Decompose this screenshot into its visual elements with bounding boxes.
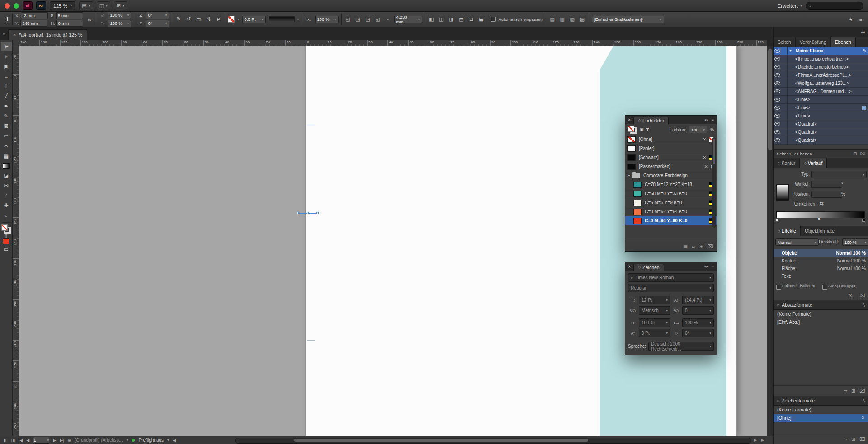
scale-x-field[interactable]: 100 % [108,12,131,19]
layer-lock-cell[interactable] [781,136,788,144]
window-zoom-button[interactable] [14,3,19,9]
swatch-row[interactable]: ▼ Corporate-Farbdesign ✕ [625,171,717,180]
delete-style-icon[interactable]: ⌧ [859,388,865,393]
layer-visibility-toggle[interactable] [774,96,781,103]
scale-y-field[interactable]: 100 % [108,20,131,27]
new-group-icon[interactable]: ▱ [844,388,847,393]
clear-overrides-icon[interactable]: ✕ [861,416,865,420]
layer-visibility-toggle[interactable] [774,136,781,144]
horizontal-ruler[interactable]: 140 130 120 110 100 90 80 70 60 50 40 30… [19,40,767,46]
swatch-row[interactable]: ▼ C=0 M=84 Y=90 K=0 ✕ [625,216,717,225]
close-icon[interactable]: × [628,117,631,122]
gradient-angle-field[interactable] [811,181,842,188]
pen-tool[interactable]: ✒ [1,101,12,111]
tab-kontur[interactable]: ◇ Kontur [774,158,800,168]
layer-lock-cell[interactable] [781,55,788,63]
swatch-row[interactable]: ▼ [Schwarz] ✕ [625,153,717,162]
collapse-dock-icon[interactable]: ◂◂ [861,30,865,34]
shear-angle-field[interactable]: 0° [146,20,169,27]
stroke-color-swatch[interactable] [228,16,235,23]
isolate-blending-checkbox[interactable] [776,285,781,290]
zoom-tool[interactable]: ⌕ [1,210,12,220]
blend-mode-dropdown[interactable]: Normal [775,238,819,246]
new-style-icon[interactable]: ⊞ [851,436,855,442]
selection-handle[interactable] [307,212,309,214]
note-tool[interactable]: ✉ [1,181,12,191]
layer-visibility-toggle[interactable] [774,71,781,79]
quick-apply-icon[interactable]: ϟ [847,16,854,23]
layer-row[interactable]: ▼ <FirmaA...nerAdressePL...> ✎ [774,71,868,79]
delete-effect-icon[interactable]: ⌧ [859,293,865,298]
layer-visibility-toggle[interactable] [774,88,781,95]
add-effect-icon[interactable]: fx. [848,293,853,298]
layer-row[interactable]: ▼ Meine Ebene ✎ [774,47,868,55]
flip-horizontal-button[interactable]: ⇆ [195,16,202,23]
align-top-icon[interactable]: ⬒ [458,16,465,23]
constrain-proportions-icon[interactable]: ∞ [86,16,93,23]
align-middle-v-icon[interactable]: ⊟ [468,16,475,23]
close-document-icon[interactable]: × [13,33,16,37]
character-style-item[interactable]: [Ohne] ✕ [774,414,868,422]
vertical-scrollbar-thumb[interactable] [768,49,772,150]
layer-lock-cell[interactable] [781,71,788,79]
new-group-icon[interactable]: ▱ [692,243,695,249]
scroll-left-arrow[interactable]: ◀ [173,438,176,443]
pencil-tool[interactable]: ✎ [1,111,12,121]
new-style-icon[interactable]: ⊞ [851,388,855,393]
eyedropper-tool[interactable]: ∕ [1,191,12,201]
swatches-panel-tab[interactable]: ◇ Farbfelder [633,117,669,124]
gradient-stop-start[interactable] [775,219,778,222]
layer-lock-cell[interactable] [781,112,788,120]
preflight-profile-text[interactable]: [Grundprofil] (Arbeitsp... [75,438,123,443]
layer-lock-cell[interactable] [781,88,788,95]
screen-mode-button[interactable]: ▭ [1,244,12,254]
delete-style-icon[interactable]: ⌧ [859,436,865,442]
layer-visibility-toggle[interactable] [774,47,781,55]
gradient-position-field[interactable] [811,191,842,198]
center-content-icon[interactable]: ◲ [364,16,372,23]
next-page-button[interactable]: ▶ [53,438,56,443]
rectangle-tool[interactable]: ▭ [1,131,12,141]
autofit-checkbox[interactable] [491,17,496,22]
align-bottom-icon[interactable]: ⬓ [478,16,485,23]
selection-handle[interactable] [316,212,319,214]
gradient-stop-end[interactable] [862,219,865,222]
layer-row[interactable]: ▼ <Wolfga...usterweg 123...> ✎ [774,79,868,88]
tab-ebenen[interactable]: Ebenen [831,37,856,47]
new-swatch-icon[interactable]: ⊞ [699,243,703,249]
flip-vertical-button[interactable]: ⇅ [205,16,212,23]
swatch-row[interactable]: ▼ C=68 M=0 Y=33 K=0 ✕ [625,189,717,198]
layer-row[interactable]: ▼ <Linie> ✎ [774,96,868,104]
free-transform-tool[interactable]: ▦ [1,151,12,161]
corner-radius-field[interactable]: 4,233 mm [394,16,422,23]
gradient-feather-tool[interactable]: ◪ [1,171,12,181]
layer-row[interactable]: ▼ <Dachde...meisterbetrieb> ✎ [774,63,868,71]
layer-lock-cell[interactable] [781,47,788,55]
screen-mode-dropdown[interactable]: ◫ ▾ [97,1,110,10]
paragraph-style-none[interactable]: (Keine Formate) [774,310,868,318]
page-number-field[interactable]: 1 [33,437,49,444]
reference-point-proxy[interactable] [4,16,9,22]
font-style-dropdown[interactable]: Regular [628,284,714,292]
tracking-field[interactable]: 0 [682,306,714,315]
font-size-field[interactable]: 12 Pt [639,296,670,304]
fill-proxy-chip[interactable] [1,224,8,231]
stroke-style-dropdown[interactable] [269,16,295,22]
effects-icon[interactable]: fx. [305,16,312,23]
fill-stroke-proxy[interactable] [1,224,11,234]
quick-apply-icon[interactable]: ϟ [863,303,865,308]
scroll-right-arrow[interactable]: ▶ [754,438,757,442]
gradient-swatch-tool[interactable] [1,161,12,171]
character-panel-header[interactable]: × ◇ Zeichen ◂◂ ≡ [625,262,717,271]
character-panel-tab[interactable]: ◇ Zeichen [633,264,664,271]
search-field[interactable]: ⌕ [806,2,863,10]
distribute-center-icon[interactable]: ▥ [559,16,566,23]
swatch-view-icon[interactable]: ▦ [683,243,688,249]
tint-field[interactable]: 100 [689,126,707,133]
align-left-icon[interactable]: ◧ [428,16,435,23]
layer-row[interactable]: ▼ <Linie> ✎ [774,112,868,120]
layer-row[interactable]: ▼ <ANFRAG...Damen und ...> ✎ [774,88,868,96]
effect-target-row[interactable]: Kontur: Normal 100 % [774,257,868,265]
horizontal-scrollbar-thumb[interactable] [294,439,588,442]
folder-expand-arrow[interactable]: ▼ [627,174,631,177]
